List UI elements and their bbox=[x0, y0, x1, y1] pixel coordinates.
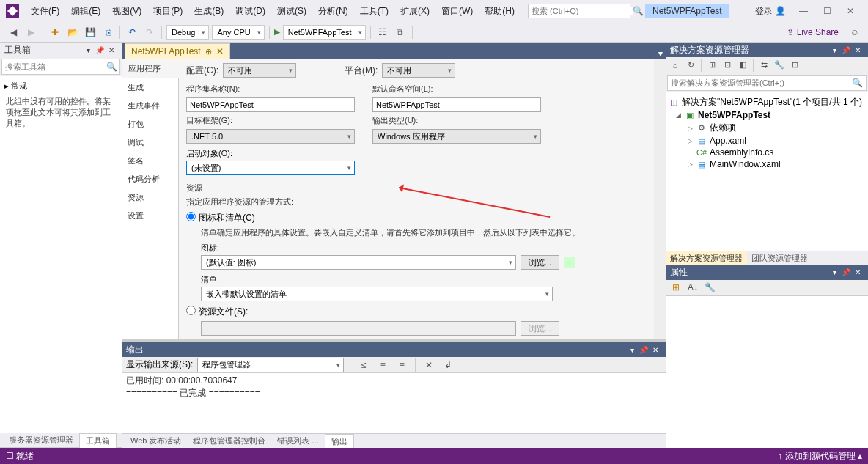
props-wrench-button[interactable]: 🔧 bbox=[702, 280, 717, 295]
status-source-control[interactable]: ↑ 添加到源代码管理 ▴ bbox=[778, 450, 862, 463]
radio-icon-manifest[interactable] bbox=[186, 212, 196, 221]
tool-btn-2[interactable]: ⧉ bbox=[393, 25, 408, 40]
global-search-input[interactable] bbox=[532, 7, 633, 15]
sol-home-button[interactable]: ⌂ bbox=[669, 59, 682, 72]
liveshare-button[interactable]: ⇪ Live Share bbox=[787, 27, 839, 37]
output-source-combo[interactable]: 程序包管理器 bbox=[197, 358, 344, 372]
target-fw-combo[interactable]: .NET 5.0 bbox=[186, 129, 355, 144]
close-icon[interactable]: ✕ bbox=[216, 46, 224, 56]
tab-resources[interactable]: 资源 bbox=[122, 188, 178, 207]
toolbox-category-general[interactable]: ▸ 常规 bbox=[4, 79, 117, 93]
save-button[interactable]: 💾 bbox=[83, 25, 98, 40]
menu-view[interactable]: 视图(V) bbox=[106, 2, 147, 21]
mainwindow-node[interactable]: ▷▤MainWindow.xaml bbox=[669, 158, 865, 170]
assembly-name-input[interactable] bbox=[186, 97, 355, 112]
tab-package[interactable]: 打包 bbox=[122, 115, 178, 133]
redo-button[interactable]: ↷ bbox=[142, 25, 157, 40]
tab-signing[interactable]: 签名 bbox=[122, 152, 178, 170]
output-btn-1[interactable]: ≤ bbox=[356, 358, 371, 372]
output-text[interactable]: 已用时间: 00:00:00.7030647 ========== 已完成 ==… bbox=[122, 373, 666, 433]
sol-btn-6[interactable]: ⇆ bbox=[757, 59, 770, 72]
tab-output[interactable]: 输出 bbox=[325, 434, 354, 449]
tab-settings[interactable]: 设置 bbox=[122, 207, 178, 225]
tab-web-publish[interactable]: Web 发布活动 bbox=[125, 434, 187, 448]
platform-value[interactable]: 不可用 bbox=[382, 63, 455, 78]
output-btn-3[interactable]: ≡ bbox=[394, 358, 409, 372]
tab-pkg-console[interactable]: 程序包管理器控制台 bbox=[187, 434, 271, 448]
output-pin-icon[interactable]: 📌 bbox=[638, 346, 650, 354]
solution-close-icon[interactable]: ✕ bbox=[852, 46, 864, 54]
menu-debug[interactable]: 调试(D) bbox=[229, 2, 271, 21]
minimize-button[interactable]: — bbox=[792, 3, 815, 19]
manifest-combo[interactable]: 嵌入带默认设置的清单 bbox=[201, 287, 553, 301]
login-button[interactable]: 登录 👤 bbox=[749, 4, 792, 19]
assemblyinfo-node[interactable]: C#AssemblyInfo.cs bbox=[669, 147, 865, 158]
sol-btn-2[interactable]: ↻ bbox=[684, 59, 697, 72]
properties-pin-icon[interactable]: 📌 bbox=[840, 268, 852, 276]
icon-combo[interactable]: (默认值: 图标) bbox=[201, 255, 516, 270]
tab-application[interactable]: 应用程序 bbox=[122, 59, 179, 78]
solution-tree[interactable]: ◫解决方案"Net5WPFAppTest"(1 个项目/共 1 个) ◢▣Net… bbox=[666, 92, 868, 251]
nav-back-button[interactable]: ◀ bbox=[6, 25, 21, 40]
solution-search[interactable]: 🔍 bbox=[667, 75, 867, 91]
project-node[interactable]: ◢▣Net5WPFAppTest bbox=[669, 109, 865, 121]
tab-error-list[interactable]: 错误列表 ... bbox=[271, 434, 324, 448]
menu-analyze[interactable]: 分析(N) bbox=[312, 2, 354, 21]
default-ns-input[interactable] bbox=[372, 97, 541, 112]
solution-pin-icon[interactable]: 📌 bbox=[840, 46, 852, 54]
open-button[interactable]: 📂 bbox=[65, 25, 80, 40]
properties-close-icon[interactable]: ✕ bbox=[852, 268, 864, 276]
startup-combo[interactable]: (未设置) bbox=[186, 161, 355, 175]
menu-edit[interactable]: 编辑(E) bbox=[65, 2, 106, 21]
properties-grid[interactable] bbox=[666, 296, 868, 449]
sol-btn-7[interactable]: 🔧 bbox=[773, 59, 786, 72]
toolbox-close-icon[interactable]: ✕ bbox=[106, 46, 117, 54]
new-project-button[interactable]: ✚ bbox=[48, 25, 62, 40]
output-btn-2[interactable]: ≡ bbox=[375, 358, 390, 372]
menu-project[interactable]: 项目(P) bbox=[147, 2, 188, 21]
menu-test[interactable]: 测试(S) bbox=[271, 2, 312, 21]
config-combo[interactable]: Debug bbox=[166, 25, 209, 40]
expander-icon[interactable]: ▷ bbox=[686, 125, 694, 132]
sol-btn-8[interactable]: ⊞ bbox=[788, 59, 801, 72]
sol-btn-4[interactable]: ⊡ bbox=[721, 59, 734, 72]
solution-dropdown[interactable]: ▾ bbox=[828, 46, 840, 54]
tab-build-events[interactable]: 生成事件 bbox=[122, 97, 178, 115]
deps-node[interactable]: ▷⚙依赖项 bbox=[669, 121, 865, 135]
editor-dropdown[interactable]: ▾ bbox=[658, 48, 663, 59]
save-all-button[interactable]: ⎘ bbox=[100, 25, 115, 40]
sol-btn-3[interactable]: ⊞ bbox=[705, 59, 718, 72]
menu-help[interactable]: 帮助(H) bbox=[479, 2, 521, 21]
output-clear-button[interactable]: ✕ bbox=[422, 358, 436, 372]
menu-file[interactable]: 文件(F) bbox=[25, 2, 65, 21]
tool-btn-1[interactable]: ☷ bbox=[375, 25, 390, 40]
output-close-icon[interactable]: ✕ bbox=[650, 346, 661, 354]
output-wrap-button[interactable]: ↲ bbox=[441, 358, 455, 372]
toolbox-pin-icon[interactable]: 📌 bbox=[94, 46, 106, 54]
nav-fwd-button[interactable]: ▶ bbox=[23, 25, 38, 40]
browse-icon-button[interactable]: 浏览... bbox=[521, 255, 559, 270]
toolbox-search[interactable]: 🔍 bbox=[1, 59, 120, 75]
toolbox-dropdown[interactable]: ▾ bbox=[82, 46, 94, 54]
start-target-combo[interactable]: Net5WPFAppTest bbox=[283, 25, 366, 40]
global-search[interactable]: 🔍 bbox=[528, 4, 630, 18]
undo-button[interactable]: ↶ bbox=[125, 25, 139, 40]
expander-icon[interactable]: ▷ bbox=[686, 137, 694, 144]
close-button[interactable]: ✕ bbox=[839, 3, 862, 19]
solution-root[interactable]: ◫解决方案"Net5WPFAppTest"(1 个项目/共 1 个) bbox=[669, 95, 865, 109]
tab-debug[interactable]: 调试 bbox=[122, 133, 178, 152]
expander-icon[interactable]: ◢ bbox=[674, 111, 682, 119]
feedback-button[interactable]: ☺ bbox=[847, 25, 862, 40]
tab-team-explorer[interactable]: 团队资源管理器 bbox=[747, 251, 812, 265]
sol-btn-5[interactable]: ◧ bbox=[736, 59, 749, 72]
solution-search-input[interactable] bbox=[671, 78, 852, 87]
tab-code-analysis[interactable]: 代码分析 bbox=[122, 170, 178, 188]
menu-window[interactable]: 窗口(W) bbox=[435, 2, 479, 21]
config-value[interactable]: 不可用 bbox=[223, 63, 296, 78]
props-alpha-button[interactable]: A↓ bbox=[685, 280, 700, 295]
tab-toolbox[interactable]: 工具箱 bbox=[79, 433, 117, 448]
properties-dropdown[interactable]: ▾ bbox=[828, 268, 840, 276]
menu-tools[interactable]: 工具(T) bbox=[354, 2, 394, 21]
radio-resource-file[interactable] bbox=[186, 306, 196, 315]
editor-tab-project[interactable]: Net5WPFAppTest ⊕ ✕ bbox=[125, 43, 230, 59]
